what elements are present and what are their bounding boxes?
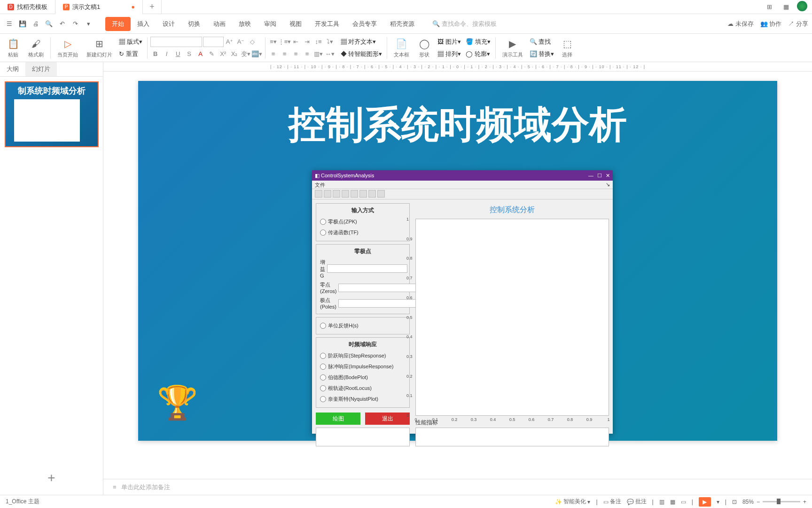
tab-document[interactable]: P 演示文稿1 ● xyxy=(55,0,143,14)
find-button[interactable]: 🔍 查找 xyxy=(528,37,556,47)
fit-icon[interactable]: ⊡ xyxy=(732,499,737,505)
tab-start[interactable]: 开始 xyxy=(105,17,131,31)
phonetic-button[interactable]: 变▾ xyxy=(241,49,251,59)
view-normal-icon[interactable]: ▥ xyxy=(659,499,664,505)
tab-templates[interactable]: D 找稻壳模板 xyxy=(0,0,55,14)
tab-slideshow[interactable]: 放映 xyxy=(232,17,258,31)
radio-step[interactable]: 阶跃响应(StepResponse) xyxy=(319,350,406,361)
slides-tab[interactable]: 幻灯片 xyxy=(25,62,57,76)
zoom-in-button[interactable]: + xyxy=(803,499,806,505)
view-sorter-icon[interactable]: ▦ xyxy=(670,499,675,505)
tab-animation[interactable]: 动画 xyxy=(207,17,232,31)
save-icon[interactable]: 💾 xyxy=(17,18,28,30)
tab-design[interactable]: 设计 xyxy=(156,17,181,31)
replace-button[interactable]: 🔄 替换▾ xyxy=(528,49,556,59)
exit-button[interactable]: 退出 xyxy=(365,413,410,425)
gain-input[interactable] xyxy=(327,264,407,273)
radio-root[interactable]: 根轨迹(RootLocus) xyxy=(319,383,406,394)
tool-1[interactable] xyxy=(315,190,322,198)
smart-art-button[interactable]: ◆ 转智能图形▾ xyxy=(339,49,384,59)
align-text-button[interactable]: ▦ 对齐文本▾ xyxy=(339,37,384,47)
menu-icon[interactable]: ☰ xyxy=(4,18,15,30)
radio-bode[interactable]: 伯德图(BodePlot) xyxy=(319,372,406,383)
reset-button[interactable]: ↻ 重置 xyxy=(117,49,144,59)
font-select[interactable] xyxy=(150,37,202,47)
tool-7[interactable] xyxy=(368,190,376,198)
radio-impulse[interactable]: 脉冲响应(ImpulseResponse) xyxy=(319,361,406,372)
new-slide-button[interactable]: ⊞新建幻灯片 xyxy=(83,36,116,59)
zoom-out-button[interactable]: − xyxy=(757,499,760,505)
fill-button[interactable]: 🪣 填充▾ xyxy=(464,37,492,47)
tool-3[interactable] xyxy=(333,190,340,198)
paste-button[interactable]: 📋粘贴 xyxy=(3,36,23,59)
shape-button[interactable]: ◯形状 xyxy=(414,36,435,59)
zoom-label[interactable]: 85% xyxy=(742,499,754,505)
align-justify-button[interactable]: ≡ xyxy=(302,49,312,59)
radio-nyq[interactable]: 奈奎斯特(NyquistPlot) xyxy=(319,394,406,405)
highlight-button[interactable]: ✎ xyxy=(207,49,217,59)
sub-button[interactable]: X₂ xyxy=(229,49,240,59)
char-button[interactable]: 🔤▾ xyxy=(252,49,262,59)
undo-icon[interactable]: ↶ xyxy=(56,18,68,30)
format-painter-button[interactable]: 🖌格式刷 xyxy=(24,36,47,59)
bold-button[interactable]: B xyxy=(150,49,161,59)
tab-insert[interactable]: 插入 xyxy=(131,17,156,31)
bullets-button[interactable]: ≡▾ xyxy=(268,37,279,47)
dropdown-icon[interactable]: ▾ xyxy=(83,18,94,30)
columns-button[interactable]: ▥▾ xyxy=(313,49,324,59)
play-button[interactable]: ▶ xyxy=(699,497,711,507)
align-center-button[interactable]: ≡ xyxy=(280,49,290,59)
align-left-button[interactable]: ≡ xyxy=(268,49,279,59)
beautify-button[interactable]: ✨ 智能美化▾ xyxy=(555,498,590,506)
tab-dev[interactable]: 开发工具 xyxy=(308,17,346,31)
minimize-icon[interactable]: — xyxy=(588,173,593,179)
search-box[interactable]: 🔍 查找命令、搜索模板 xyxy=(432,20,497,28)
avatar[interactable] xyxy=(797,1,807,11)
start-slide-button[interactable]: ▷当页开始 xyxy=(54,36,82,59)
share-button[interactable]: ↗ 分享 xyxy=(788,20,808,28)
close-icon[interactable]: ✕ xyxy=(606,173,610,179)
tab-view[interactable]: 视图 xyxy=(283,17,308,31)
menu-file[interactable]: 文件 xyxy=(315,182,325,188)
align-right-button[interactable]: ≡ xyxy=(291,49,301,59)
tool-8[interactable] xyxy=(377,190,385,198)
tab-vip[interactable]: 会员专享 xyxy=(346,17,383,31)
spacing-button[interactable]: ↔▾ xyxy=(325,49,335,59)
arrange-button[interactable]: ▦ 排列▾ xyxy=(436,49,463,59)
tool-2[interactable] xyxy=(324,190,331,198)
add-slide-button[interactable]: + xyxy=(0,461,103,495)
draw-button[interactable]: 绘图 xyxy=(316,413,360,425)
maximize-icon[interactable]: ☐ xyxy=(597,173,602,179)
new-tab-button[interactable]: + xyxy=(143,0,162,14)
menu-dropdown-icon[interactable]: ↘ xyxy=(606,182,610,188)
sup-button[interactable]: X² xyxy=(218,49,228,59)
outline-tab[interactable]: 大纲 xyxy=(0,62,25,76)
notes-toggle[interactable]: ▭ 备注 xyxy=(603,498,621,506)
preview-icon[interactable]: 🔍 xyxy=(43,18,55,30)
lineheight-button[interactable]: ↕≡ xyxy=(313,37,324,47)
textdir-button[interactable]: ⤵▾ xyxy=(325,37,335,47)
inc-font-icon[interactable]: A⁺ xyxy=(225,37,235,47)
strike-button[interactable]: S xyxy=(184,49,195,59)
coop-button[interactable]: 👥 协作 xyxy=(760,20,782,28)
comments-toggle[interactable]: 💬 批注 xyxy=(627,498,647,506)
indent-button[interactable]: ⇥ xyxy=(302,37,312,47)
view-reading-icon[interactable]: ▭ xyxy=(681,499,686,505)
tool-6[interactable] xyxy=(359,190,367,198)
tools-button[interactable]: ▶演示工具 xyxy=(499,36,527,59)
dec-font-icon[interactable]: A⁻ xyxy=(236,37,246,47)
tool-4[interactable] xyxy=(342,190,349,198)
poles-input[interactable] xyxy=(338,299,419,308)
print-icon[interactable]: 🖨 xyxy=(30,18,41,30)
slide-thumbnail-1[interactable]: 制系统时频域分析 xyxy=(5,81,99,147)
slide-canvas[interactable]: 控制系统时频域分析 🏆 ◧ ControlSystemAnalysis — ☐ … xyxy=(138,81,777,441)
font-size-select[interactable] xyxy=(203,37,224,47)
clear-fmt-icon[interactable]: ◇ xyxy=(247,37,258,47)
radio-zpk[interactable]: 零极点(ZPK) xyxy=(319,216,406,227)
select-button[interactable]: ⬚选择 xyxy=(557,36,578,59)
outline-button[interactable]: ◯ 轮廓▾ xyxy=(464,49,492,59)
tab-docer[interactable]: 稻壳资源 xyxy=(383,17,421,31)
dedent-button[interactable]: ⇤ xyxy=(291,37,301,47)
redo-icon[interactable]: ↷ xyxy=(70,18,81,30)
layout-icon[interactable]: ⊞ xyxy=(763,1,775,13)
